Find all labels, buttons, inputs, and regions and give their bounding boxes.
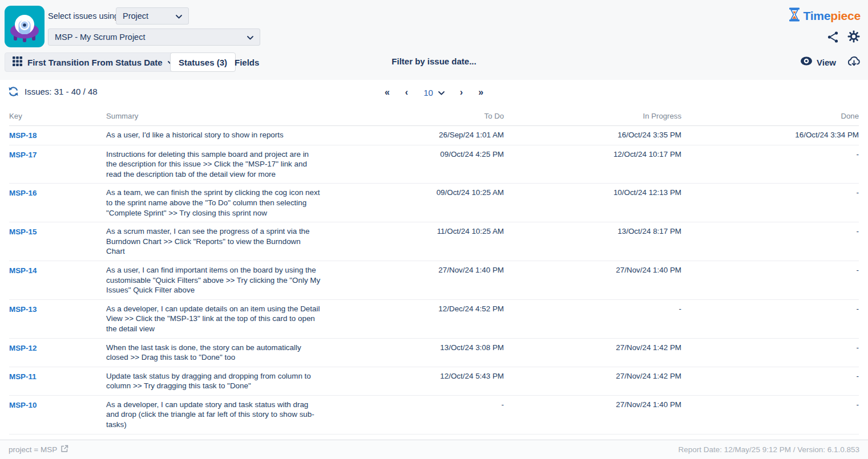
todo-date: 11/Oct/24 10:25 AM [334,226,504,237]
column-header-todo: To Do [334,112,504,120]
issue-summary: As a user, I can find important items on… [106,265,334,295]
share-button[interactable] [827,31,839,43]
todo-date: 09/Oct/24 4:25 PM [334,149,504,160]
done-date: 16/Oct/24 3:34 PM [681,130,859,140]
issue-summary: As a developer, I can update details on … [106,304,334,334]
statuses-button[interactable]: Statuses (3) [170,52,236,72]
in-progress-date: 27/Nov/24 1:42 PM [504,343,681,353]
done-date: - [681,343,859,353]
issues-table: Key Summary To Do In Progress Done MSP-1… [0,108,868,459]
table-row: MSP-17 Instructions for deleting this sa… [9,145,859,184]
grid-icon [13,56,22,68]
table-row: MSP-15 As a scrum master, I can see the … [9,222,859,261]
issue-summary: As a team, we can finish the sprint by c… [106,188,334,218]
first-page-button[interactable]: « [385,88,390,97]
done-date: - [681,149,859,160]
share-icon [827,36,839,45]
done-date: - [681,400,859,410]
issue-key-link[interactable]: MSP-17 [9,151,37,159]
column-type-selector[interactable]: First Transition From Status Date [5,52,182,72]
hourglass-icon [788,7,801,24]
issue-key-link[interactable]: MSP-15 [9,228,37,236]
in-progress-date: 16/Oct/24 3:35 PM [504,130,681,140]
chevron-down-icon [438,87,445,98]
in-progress-date: 12/Oct/24 10:17 PM [504,149,681,160]
in-progress-date: 27/Nov/24 1:42 PM [504,371,681,381]
issue-summary: Update task status by dragging and dropp… [106,371,334,391]
done-date: - [681,371,859,381]
column-header-key: Key [9,112,106,120]
table-row: MSP-13 As a developer, I can update deta… [9,300,859,339]
column-header-done: Done [681,112,859,120]
todo-date: 27/Nov/24 1:40 PM [334,265,504,275]
table-row: MSP-12 When the last task is done, the s… [9,339,859,367]
table-row: MSP-18 As a user, I'd like a historical … [9,126,859,145]
gear-icon [847,36,861,45]
table-row: MSP-16 As a team, we can finish the spri… [9,184,859,222]
settings-button[interactable] [847,30,861,43]
brand-name: Timepiece [803,9,861,23]
fields-button[interactable]: Fields [235,52,259,72]
page-size-value: 10 [423,88,433,98]
issue-key-link[interactable]: MSP-10 [9,401,37,409]
header: Select issues using Project MSP - My Scr… [0,0,868,80]
column-type-label: First Transition From Status Date [27,58,163,67]
issue-summary: As a developer, I can update story and t… [106,400,334,430]
export-button[interactable] [847,55,861,67]
in-progress-date: - [504,304,681,314]
issue-date-filter-input[interactable]: Filter by issue date... [391,56,476,69]
in-progress-date: 27/Nov/24 1:40 PM [504,265,681,275]
jql-filter-link[interactable]: project = MSP [9,445,68,454]
last-page-button[interactable]: » [478,88,483,97]
footer: project = MSP Report Date: 12/May/25 9:1… [0,440,868,459]
issue-key-link[interactable]: MSP-11 [9,372,37,381]
project-dropdown[interactable]: MSP - My Scrum Project [48,29,260,46]
brand-time: Time [803,9,830,22]
column-header-in-progress: In Progress [504,112,681,120]
report-info: Report Date: 12/May/25 9:12 PM / Version… [679,445,859,454]
issue-summary: As a user, I'd like a historical story t… [106,130,334,140]
external-link-icon [60,445,68,454]
next-page-button[interactable]: › [460,88,463,97]
todo-date: 12/Dec/24 4:52 PM [334,304,504,314]
done-date: - [681,304,859,314]
done-date: - [681,265,859,275]
select-mode-value: Project [123,11,148,21]
eye-icon [800,56,813,68]
brand-piece: piece [830,9,861,22]
issue-summary: As a scrum master, I can see the progres… [106,226,334,257]
issue-key-link[interactable]: MSP-13 [9,305,37,314]
project-value: MSP - My Scrum Project [55,33,145,42]
page-size-select[interactable]: 10 [423,87,445,98]
issue-key-link[interactable]: MSP-16 [9,189,37,197]
issue-key-link[interactable]: MSP-14 [9,266,37,275]
table-row: MSP-10 As a developer, I can update stor… [9,396,859,434]
in-progress-date: 13/Oct/24 8:17 PM [504,226,681,237]
chevron-down-icon [247,32,253,42]
in-progress-date: 10/Oct/24 12:13 PM [504,188,681,198]
chevron-down-icon [176,11,182,21]
view-button[interactable]: View [800,56,836,68]
select-mode-dropdown[interactable]: Project [116,7,189,25]
brand-logo: Timepiece [788,7,861,24]
table-row: MSP-11 Update task status by dragging an… [9,367,859,396]
table-header-row: Key Summary To Do In Progress Done [9,108,859,126]
todo-date: 26/Sep/24 1:01 AM [334,130,504,140]
todo-date: 09/Oct/24 10:25 AM [334,188,504,198]
todo-date: - [334,400,504,410]
todo-date: 13/Oct/24 3:08 PM [334,343,504,353]
pagination: « ‹ 10 › » [0,86,868,99]
issue-key-link[interactable]: MSP-12 [9,344,37,352]
table-body: MSP-18 As a user, I'd like a historical … [9,126,859,459]
cloud-download-icon [847,60,861,69]
issue-key-link[interactable]: MSP-18 [9,131,37,140]
done-date: - [681,226,859,237]
done-date: - [681,188,859,198]
app-logo-icon [5,6,45,47]
jql-filter-text: project = MSP [9,445,57,454]
select-issues-label: Select issues using [48,11,119,21]
issue-summary: Instructions for deleting this sample bo… [106,149,334,180]
view-label: View [817,58,836,67]
prev-page-button[interactable]: ‹ [405,88,408,97]
table-row: MSP-14 As a user, I can find important i… [9,261,859,300]
